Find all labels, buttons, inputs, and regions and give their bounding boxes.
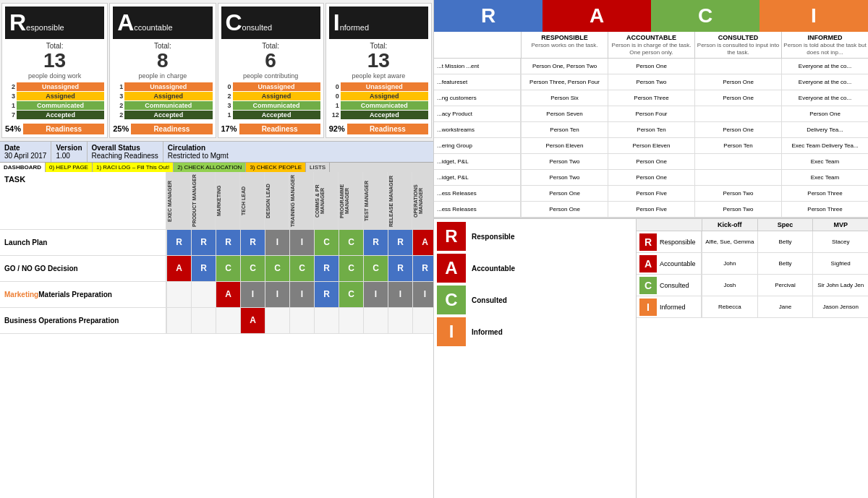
matrix-row: ...acy ProductPerson SevenPerson FourPer… <box>434 106 868 122</box>
accepted-count: 2 <box>113 111 123 119</box>
main-container: Responsible Total: 13 people doing work … <box>0 0 868 498</box>
raci-cell-A: A <box>240 308 265 333</box>
matrix-c-cell: Person One <box>694 122 781 137</box>
total-desc: people in charge <box>113 72 212 80</box>
unassigned-count: 0 <box>221 83 231 90</box>
assign-cell: Jane <box>757 296 813 317</box>
matrix-row: ...ng customersPerson SixPerson ThreePer… <box>434 90 868 106</box>
role-header-cell: EXEC MANAGER <box>166 172 191 230</box>
task-name-cell: Business Operations Preparation <box>0 308 166 333</box>
assign-header-cell: MVP <box>812 219 868 231</box>
assigned-bar: 2 Assigned <box>221 92 320 100</box>
matrix-i-cell: Everyone at the co... <box>781 74 868 90</box>
matrix-task-cell: ...acy Product <box>434 106 521 121</box>
matrix-i-cell: Everyone at the co... <box>781 90 868 106</box>
assigned-badge: Assigned <box>124 92 212 100</box>
unassigned-count: 1 <box>113 83 123 90</box>
task-header-row: TASK EXEC MANAGERPRODUCT MANAGERMARKETIN… <box>0 172 433 230</box>
matrix-row: ...featuresetPerson Three, Person FourPe… <box>434 74 868 90</box>
raci-cell-I: I <box>363 282 388 307</box>
legend-letter-A: A <box>437 254 466 283</box>
communicated-bar: 3 Communicated <box>221 101 320 110</box>
matrix-a-cell: Person One <box>608 59 694 74</box>
circulation-label: Circulation <box>168 144 229 152</box>
communicated-bar: 2 Communicated <box>113 101 212 110</box>
raci-card-R: Responsible Total: 13 people doing work … <box>1 3 108 138</box>
assigned-badge: Assigned <box>17 92 104 100</box>
role-header-cell: RELEASE MANAGER <box>388 172 412 230</box>
communicated-count: 1 <box>329 102 339 109</box>
raci-cell-R: R <box>363 230 388 255</box>
readiness-badge: Readiness <box>239 124 320 134</box>
unassigned-badge: Unassigned <box>233 82 320 91</box>
raci-cell-empty <box>339 308 363 333</box>
assign-label: IInformed <box>637 296 702 317</box>
assign-cell: John <box>702 253 757 274</box>
raci-cell-I: I <box>289 230 314 255</box>
raci-cell-R: R <box>388 230 412 255</box>
assigned-bar: 0 Assigned <box>329 92 428 100</box>
matrix-task-cell: ...ess Releases <box>434 186 521 201</box>
assign-cell: Sigfried <box>812 253 868 274</box>
raci-cell-empty <box>388 308 412 333</box>
tab-item[interactable]: LISTS <box>306 163 330 172</box>
card-letter-I: I <box>333 9 340 35</box>
assigned-count: 0 <box>329 93 339 100</box>
card-body-C: Total: 6 people contributing 0 Unassigne… <box>221 42 320 134</box>
matrix-r-cell: Person Two <box>521 170 608 185</box>
task-raci-cells: ARCCCCRCCRRI <box>166 256 433 281</box>
raci-cell-R: R <box>388 256 412 281</box>
version-value: 1.00 <box>56 152 82 160</box>
task-rows: Launch PlanRRRRIICCRRACGO / NO GO Decisi… <box>0 230 433 334</box>
matrix-c-cell: Person One <box>694 90 781 106</box>
role-header-cell: PRODUCT MANAGER <box>191 172 216 230</box>
readiness-badge: Readiness <box>347 124 428 134</box>
task-name-cell: Marketing Materials Preparation <box>0 282 166 307</box>
assign-label: AAccountable <box>637 253 702 274</box>
raci-cell-C: C <box>240 256 265 281</box>
matrix-r-cell: Person One <box>521 202 608 217</box>
tab-item[interactable]: 1) RACI LOG – Fill This Out! <box>93 163 174 172</box>
assign-label: RResponsible <box>637 231 702 252</box>
matrix-task-cell: ...ering Group <box>434 138 521 153</box>
readiness-pct: 54% <box>5 124 21 133</box>
card-rest-A: ccountable <box>134 23 172 32</box>
raci-cell-empty <box>265 308 289 333</box>
raci-cell-C: C <box>216 256 240 281</box>
raci-cell-R: R <box>240 230 265 255</box>
version-cell: Version 1.00 <box>51 142 87 162</box>
assign-cell: Betty <box>757 253 813 274</box>
legend-row-I: I Informed <box>437 317 633 346</box>
matrix-task-cell: ...ng customers <box>434 90 521 106</box>
matrix-a-cell: Person Three <box>608 90 694 106</box>
legend-row-R: R Responsible <box>437 222 633 251</box>
raci-cell-C: C <box>339 282 363 307</box>
raci-cell-empty <box>314 308 339 333</box>
matrix-row: ...workstreamsPerson TenPerson TenPerson… <box>434 122 868 138</box>
tab-item[interactable]: 3) CHECK PEOPLE <box>246 163 306 172</box>
status-label: Overall Status <box>92 144 158 152</box>
assigned-bar: 3 Assigned <box>5 92 104 100</box>
raci-cell-I: I <box>265 230 289 255</box>
role-header-cell: PROGRAMME MANAGER <box>339 172 363 230</box>
left-panel: Responsible Total: 13 people doing work … <box>0 0 434 498</box>
matrix-i-cell: Person One <box>781 106 868 121</box>
matrix-c-cell: Person Ten <box>694 138 781 153</box>
raci-cell-empty <box>289 308 314 333</box>
tab-bar: DASHBOARD0) HELP PAGE1) RACI LOG – Fill … <box>0 162 433 172</box>
tab-item[interactable]: DASHBOARD <box>0 163 46 172</box>
assign-row: AAccountableJohnBettySigfried <box>637 253 868 275</box>
assigned-count: 3 <box>5 93 15 100</box>
tab-item[interactable]: 2) CHECK ALLOCATION <box>174 163 246 172</box>
role-header-cell: TRAINING MANAGER <box>289 172 314 230</box>
matrix-task-cell: ...workstreams <box>434 122 521 137</box>
tab-item[interactable]: 0) HELP PAGE <box>46 163 93 172</box>
date-cell: Date 30 April 2017 <box>0 142 51 162</box>
status-value: Reaching Readiness <box>92 152 158 160</box>
unassigned-badge: Unassigned <box>124 82 212 91</box>
raci-cell-empty <box>412 308 433 333</box>
legend-letter-R: R <box>437 222 466 251</box>
raci-cell-C: C <box>339 256 363 281</box>
readiness-row: 25% Readiness <box>113 124 212 134</box>
readiness-row: 17% Readiness <box>221 124 320 134</box>
